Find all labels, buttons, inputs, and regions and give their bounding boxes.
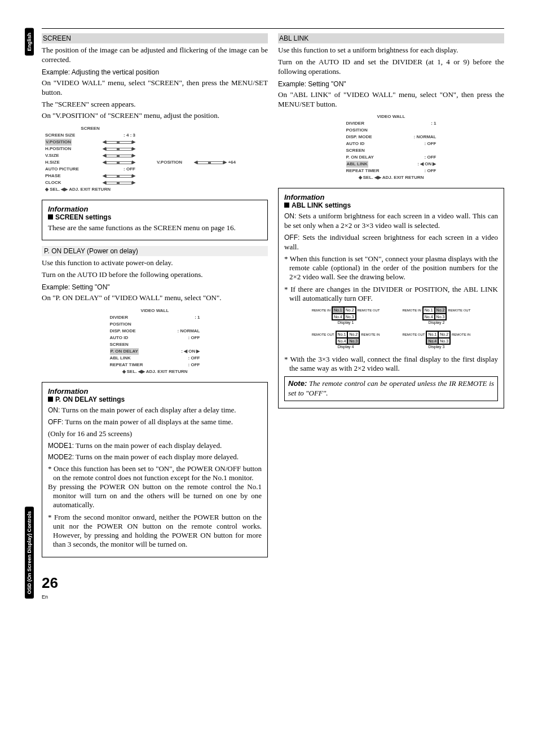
screen-osd-group: SCREEN SCREEN SIZE: 4 : 3 V.POSITION◀▶ H… xyxy=(42,123,268,195)
side-tab-osd: OSD (On Screen Display) Controls xyxy=(25,507,34,599)
pon-osd: VIDEO WALL DIVIDER: 1 POSITION DISP. MOD… xyxy=(107,305,204,377)
pon-mode2: MODE2: Turns on the main power of each d… xyxy=(48,452,262,462)
info-sub: ABL LINK settings xyxy=(284,201,498,209)
osd-row-label: REPEAT TIMER xyxy=(346,168,380,174)
screen-infobox: Information SCREEN settings These are th… xyxy=(42,200,268,240)
osd-row-label: CLOCK xyxy=(45,179,61,186)
osd-row-val: : OFF xyxy=(124,166,135,173)
side-tab-english: English xyxy=(25,28,34,56)
osd-title: VIDEO WALL xyxy=(110,307,200,314)
osd-row-label: POSITION xyxy=(110,321,131,328)
osd-row-label: SCREEN xyxy=(110,341,129,348)
pon-p1: Use this function to activate power-on d… xyxy=(42,258,268,268)
diagram-unit: REMOTE OUT No.1No.2No.4No.3 REMOTE IN Di… xyxy=(403,331,471,349)
slider-icon: ◀▶ xyxy=(103,173,135,179)
pon-only: (Only for 16 and 25 screens) xyxy=(48,429,262,439)
abl-note: Note: The remote control can be operated… xyxy=(284,376,498,401)
pon-off: OFF: Turns on the main power of all disp… xyxy=(48,417,262,427)
list-item: * With the 3×3 video wall, connect the f… xyxy=(284,355,498,373)
osd-row-label: REPEAT TIMER xyxy=(110,362,143,368)
screen-example: Example: Adjusting the vertical position xyxy=(42,68,268,76)
screen-p3: The "SCREEN" screen appears. xyxy=(42,100,268,109)
osd-footer: ◆ SEL. ◀▶ ADJ. EXIT RETURN xyxy=(110,368,200,375)
osd-row-label: H.SIZE xyxy=(45,159,60,166)
abl-on: ON: Sets a uniform brightness for each s… xyxy=(284,212,498,231)
left-column: SCREEN The position of the image can be … xyxy=(42,33,268,563)
list-item: * From the second monitor onward, neithe… xyxy=(48,513,262,549)
slider-icon: ◀▶ xyxy=(103,146,135,152)
osd-footer: ◆ SEL. ◀▶ ADJ. EXIT RETURN xyxy=(346,174,436,181)
osd-row-label: H.POSITION xyxy=(45,146,71,152)
callout-label: V.POSITION xyxy=(157,159,182,166)
screen-p2: On "VIDEO WALL" menu, select "SCREEN", t… xyxy=(42,78,268,98)
list-item: * When this function is set "ON", connec… xyxy=(284,254,498,282)
osd-row-label: P. ON DELAY xyxy=(346,154,374,161)
info-sub: P. ON DELAY settings xyxy=(48,395,262,403)
content: SCREEN The position of the image can be … xyxy=(42,28,504,601)
abl-p2: Turn on the AUTO ID and set the DIVIDER … xyxy=(278,58,504,77)
pon-on: ON: Turns on the main power of each disp… xyxy=(48,406,262,415)
osd-row-val: : 1 xyxy=(431,120,436,127)
osd-row-label: POSITION xyxy=(346,127,368,134)
screen-osd-callout: V.POSITION◀▶ +64 xyxy=(153,157,239,168)
abl-p3: On "ABL LINK" of "VIDEO WALL" menu, sele… xyxy=(278,90,504,109)
info-title: Information xyxy=(48,205,262,213)
page-number: 26 xyxy=(42,574,58,591)
screen-osd: SCREEN SCREEN SIZE: 4 : 3 V.POSITION◀▶ H… xyxy=(42,123,139,195)
osd-row-val: : 1 xyxy=(195,314,200,321)
page-container: English OSD (On Screen Display) Controls… xyxy=(23,28,504,601)
osd-row-label: DIVIDER xyxy=(346,120,364,127)
osd-row-label: SCREEN SIZE xyxy=(45,132,75,139)
page-lang: En xyxy=(42,594,48,600)
osd-row-label: P. ON DELAY xyxy=(110,348,139,355)
osd-row-label: V.SIZE xyxy=(45,152,59,159)
abl-p1: Use this function to set a uniform brigh… xyxy=(278,46,504,55)
columns: SCREEN The position of the image can be … xyxy=(42,33,504,563)
right-column: ABL LINK Use this function to set a unif… xyxy=(278,33,504,563)
info-title: Information xyxy=(48,387,262,395)
screen-p1: The position of the image can be adjuste… xyxy=(42,46,268,65)
pon-mode1: MODE1: Turns on the main power of each d… xyxy=(48,441,262,451)
pon-p3: On "P. ON DELAY" of "VIDEO WALL" menu, s… xyxy=(42,293,268,303)
wall-diagram: REMOTE IN No.1No.2No.4No.3 REMOTE OUT Di… xyxy=(284,306,498,349)
osd-row-val: : OFF xyxy=(188,362,200,368)
list-item: * Once this function has been set to "ON… xyxy=(48,464,262,509)
osd-row-val: : NORMAL xyxy=(414,134,436,140)
slider-icon: ◀▶ xyxy=(103,159,135,166)
abl-osd: VIDEO WALL DIVIDER: 1 POSITION DISP. MOD… xyxy=(343,111,440,183)
osd-row-label: DISP. MODE xyxy=(346,134,372,140)
osd-row-val: : NORMAL xyxy=(178,328,200,335)
abl-example: Example: Setting "ON" xyxy=(278,80,504,88)
list-item: * If there are changes in the DIVIDER or… xyxy=(284,285,498,303)
slider-icon: ◀▶ xyxy=(103,139,135,146)
osd-row-val: : ◀ ON ▶ xyxy=(417,161,436,168)
slider-icon: ◀▶ xyxy=(103,179,135,186)
pon-heading: P. ON DELAY (Power on delay) xyxy=(42,246,268,256)
slider-icon: ◀▶ +64 xyxy=(194,159,236,166)
osd-row-label: DIVIDER xyxy=(110,314,128,321)
abl-off: OFF: Sets the individual screen brightne… xyxy=(284,233,498,252)
screen-p4: On "V.POSITION" of "SCREEN" menu, adjust… xyxy=(42,111,268,121)
diagram-unit: REMOTE IN No.1No.2No.4No.3 REMOTE OUT Di… xyxy=(403,306,471,325)
abl-after-star: * With the 3×3 video wall, connect the f… xyxy=(284,355,498,373)
side-tabs: English OSD (On Screen Display) Controls xyxy=(23,28,36,601)
osd-row-val: : OFF xyxy=(425,140,436,147)
info-body: These are the same functions as the SCRE… xyxy=(48,223,262,233)
osd-footer: ◆ SEL. ◀▶ ADJ. EXIT RETURN xyxy=(45,186,135,193)
osd-row-label: SCREEN xyxy=(346,147,365,154)
osd-row-label: ABL LINK xyxy=(346,161,368,168)
osd-row-val: : OFF xyxy=(188,335,200,341)
osd-row-label: AUTO ID xyxy=(110,335,129,341)
osd-row-val: : ◀ ON ▶ xyxy=(181,348,200,355)
pon-example: Example: Setting "ON" xyxy=(42,283,268,291)
osd-row-label: V.POSITION xyxy=(45,139,72,146)
abl-heading: ABL LINK xyxy=(278,33,504,43)
abl-infobox: Information ABL LINK settings ON: Sets a… xyxy=(278,188,504,408)
osd-row-label: DISP. MODE xyxy=(110,328,136,335)
pon-star-list: * Once this function has been set to "ON… xyxy=(48,464,262,549)
osd-row-label: AUTO PICTURE xyxy=(45,166,79,173)
osd-row-label: ABL LINK xyxy=(110,355,131,362)
footer: 26 En xyxy=(42,574,504,601)
top-rule xyxy=(42,28,504,29)
osd-title: VIDEO WALL xyxy=(346,113,436,120)
